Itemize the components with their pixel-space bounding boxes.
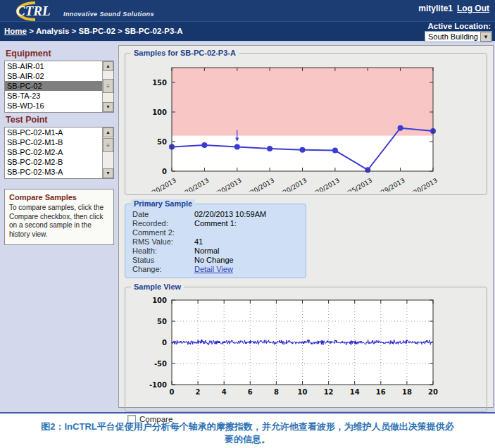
test-point-title: Test Point bbox=[6, 115, 115, 125]
equipment-item-label: SB-TA-23 bbox=[7, 92, 40, 100]
sample-field-row: Change: Detail View bbox=[128, 265, 303, 274]
svg-text:0: 0 bbox=[170, 388, 175, 396]
test-point-item-label: SB-PC-02-M1-B bbox=[7, 138, 63, 147]
svg-text:20: 20 bbox=[428, 388, 438, 396]
samples-panel-title: Samples for SB-PC-02-P3-A bbox=[131, 49, 239, 57]
svg-text:04/25/2013: 04/25/2013 bbox=[338, 177, 373, 192]
test-point-item[interactable]: SB-PC-02-M2-A bbox=[5, 147, 102, 157]
sample-field-row: Recorded: Comment 1: bbox=[128, 219, 303, 228]
scrollbar-thumb[interactable]: ≡ bbox=[103, 138, 113, 152]
sample-field-label: RMS Value: bbox=[132, 237, 194, 247]
test-point-item-label: SB-PC-02-M1-A bbox=[7, 128, 63, 137]
test-point-item-label: SB-PC-02-M2-A bbox=[7, 148, 63, 156]
sample-field-value: 02/20/2013 10:59AM bbox=[194, 210, 266, 219]
user-info: mitylite1Log Out bbox=[418, 4, 489, 13]
svg-text:0: 0 bbox=[162, 168, 167, 175]
scrollbar-thumb[interactable]: ≡ bbox=[103, 79, 113, 93]
sample-field-value: 41 bbox=[194, 237, 203, 247]
sample-field-row: Comment 2: bbox=[128, 228, 303, 237]
breadcrumb: HomeAnalysisSB-PC-02SB-PC-02-P3-A bbox=[4, 27, 182, 35]
sample-field-row: RMS Value: 41 bbox=[128, 237, 303, 247]
svg-text:02/20/2013: 02/20/2013 bbox=[240, 177, 275, 192]
sample-field-label: Health: bbox=[132, 247, 194, 256]
location-select-value: South Building bbox=[425, 32, 480, 41]
scroll-down-icon[interactable]: ▼ bbox=[103, 168, 113, 178]
test-point-item[interactable]: SB-PC-02-M3-A bbox=[5, 167, 102, 177]
test-point-item[interactable]: SB-PC-02-M1-B bbox=[5, 137, 102, 147]
equipment-item-label: SB-PC-02 bbox=[7, 82, 42, 90]
main-panel: Samples for SB-PC-02-P3-A 05010015002/20… bbox=[118, 45, 494, 408]
breadcrumb-item[interactable]: SB-PC-02-P3-A bbox=[115, 27, 183, 35]
logo[interactable]: CTRL Innovative Sound Solutions bbox=[4, 1, 201, 21]
scrollbar-track[interactable]: ≡ bbox=[103, 137, 113, 168]
scroll-up-icon[interactable]: ▲ bbox=[103, 127, 113, 137]
breadcrumb-item[interactable]: Home bbox=[4, 27, 27, 35]
svg-text:02/20/2013: 02/20/2013 bbox=[306, 177, 341, 192]
svg-text:04/29/2013: 04/29/2013 bbox=[371, 177, 406, 192]
scroll-down-icon[interactable]: ▼ bbox=[103, 102, 113, 112]
app-header: CTRL Innovative Sound Solutions mitylite… bbox=[0, 0, 495, 41]
sample-field-value: No Change bbox=[194, 256, 234, 265]
sample-field-row: Date 02/20/2013 10:59AM bbox=[128, 210, 303, 219]
equipment-item-label: SB-AIR-01 bbox=[7, 62, 44, 70]
svg-text:100: 100 bbox=[152, 108, 167, 116]
test-point-list: SB-PC-02-M1-ASB-PC-02-M1-BSB-PC-02-M2-AS… bbox=[5, 127, 102, 178]
sample-field-row: Status No Change bbox=[128, 256, 303, 265]
equipment-title: Equipment bbox=[6, 49, 115, 58]
test-point-item[interactable]: SB-PC-02-M1-A bbox=[5, 127, 102, 137]
test-point-listbox: SB-PC-02-M1-ASB-PC-02-M1-BSB-PC-02-M2-AS… bbox=[4, 127, 114, 179]
equipment-item[interactable]: SB-AIR-02 bbox=[5, 71, 102, 81]
page: CTRL Innovative Sound Solutions mitylite… bbox=[0, 0, 495, 445]
samples-panel: Samples for SB-PC-02-P3-A 05010015002/20… bbox=[125, 53, 487, 195]
svg-text:-100: -100 bbox=[149, 381, 167, 389]
sample-view-title: Sample View bbox=[131, 282, 184, 291]
svg-text:12: 12 bbox=[324, 388, 334, 396]
test-point-scrollbar: ▲ ≡ ▼ bbox=[102, 127, 113, 178]
username: mitylite1 bbox=[418, 4, 453, 13]
equipment-item[interactable]: SB-PC-02 bbox=[5, 81, 102, 91]
equipment-scrollbar: ▲ ≡ ▼ bbox=[102, 61, 113, 112]
svg-text:150: 150 bbox=[152, 79, 167, 87]
svg-text:02/20/2013: 02/20/2013 bbox=[175, 177, 210, 192]
breadcrumb-item[interactable]: SB-PC-02 bbox=[69, 27, 115, 35]
content-area: Equipment SB-AIR-01SB-AIR-02SB-PC-02SB-T… bbox=[0, 41, 495, 413]
svg-text:6: 6 bbox=[248, 388, 253, 396]
primary-sample-panel: Primary Sample Date 02/20/2013 10:59AM R… bbox=[125, 204, 306, 278]
svg-text:04/30/2013: 04/30/2013 bbox=[403, 177, 439, 192]
test-point-item[interactable]: SB-PC-02-M2-B bbox=[5, 157, 102, 167]
sample-field-label: Recorded: bbox=[132, 219, 194, 228]
scrollbar-track[interactable]: ≡ bbox=[103, 71, 113, 102]
svg-text:02/20/2013: 02/20/2013 bbox=[273, 177, 308, 192]
equipment-item[interactable]: SB-TA-23 bbox=[5, 91, 102, 101]
primary-sample-title: Primary Sample bbox=[131, 199, 195, 208]
location-select[interactable]: South Building ▼ bbox=[425, 31, 492, 42]
compare-help-text: To compare samples, click the Compare ch… bbox=[9, 204, 109, 239]
equipment-listbox: SB-AIR-01SB-AIR-02SB-PC-02SB-TA-23SB-WD-… bbox=[4, 61, 114, 113]
svg-text:8: 8 bbox=[274, 388, 279, 396]
svg-text:02/20/2013: 02/20/2013 bbox=[208, 177, 243, 192]
brand-text: CTRL bbox=[16, 4, 51, 18]
sample-waveform-chart[interactable]: -100-5005010002468101214161820 bbox=[128, 294, 480, 407]
sample-field-label: Status bbox=[132, 256, 194, 265]
detail-view-link[interactable]: Detail View bbox=[194, 265, 233, 274]
chevron-down-icon[interactable]: ▼ bbox=[480, 32, 491, 42]
compare-help-title: Compare Samples bbox=[9, 193, 109, 201]
primary-sample-rows: Date 02/20/2013 10:59AM Recorded: Commen… bbox=[128, 210, 303, 274]
sample-field-value: Normal bbox=[194, 247, 219, 256]
svg-text:50: 50 bbox=[157, 138, 167, 146]
sample-field-value: Comment 1: bbox=[194, 219, 237, 228]
equipment-item[interactable]: SB-AIR-01 bbox=[5, 61, 102, 71]
equipment-item-label: SB-AIR-02 bbox=[7, 72, 44, 80]
equipment-item[interactable]: SB-WD-16 bbox=[5, 101, 102, 111]
equipment-list: SB-AIR-01SB-AIR-02SB-PC-02SB-TA-23SB-WD-… bbox=[5, 61, 102, 112]
logout-link[interactable]: Log Out bbox=[457, 4, 489, 13]
test-point-item-label: SB-PC-02-M2-B bbox=[7, 158, 63, 166]
svg-text:2: 2 bbox=[196, 388, 201, 396]
test-point-item-label: SB-PC-02-M3-A bbox=[7, 168, 63, 176]
breadcrumb-item[interactable]: Analysis bbox=[27, 27, 69, 35]
sample-field-label: Change: bbox=[132, 265, 194, 274]
active-location-label: Active Location: bbox=[428, 22, 491, 30]
svg-text:-50: -50 bbox=[154, 360, 167, 368]
scroll-up-icon[interactable]: ▲ bbox=[103, 61, 113, 71]
samples-history-chart[interactable]: 05010015002/20/201302/20/201302/20/20130… bbox=[128, 61, 480, 192]
